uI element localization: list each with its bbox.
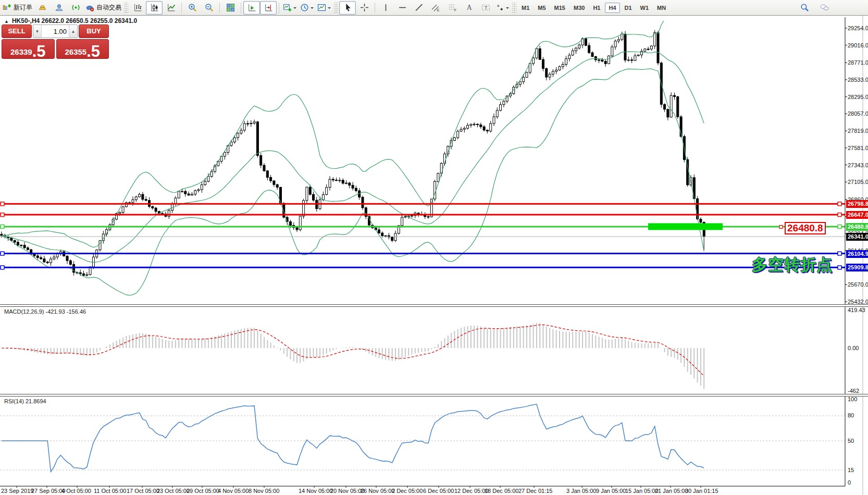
- chevron-down-icon[interactable]: [506, 7, 509, 10]
- time-axis-label: 6 Dec 05:00: [423, 488, 454, 494]
- periods-button[interactable]: [299, 1, 316, 15]
- time-axis-label: 23 Sep 2019: [1, 488, 33, 494]
- timeframe-h1-button[interactable]: H1: [589, 3, 604, 13]
- line-chart-button[interactable]: [163, 1, 179, 15]
- community-icon-button[interactable]: [51, 1, 67, 15]
- line-handle[interactable]: [838, 202, 841, 206]
- timeframe-m1-button[interactable]: M1: [518, 3, 533, 13]
- chevron-down-icon[interactable]: [311, 7, 314, 10]
- time-axis-label: 30 Jan 01:15: [685, 488, 718, 494]
- line-handle[interactable]: [838, 252, 841, 255]
- price-axis-label: 28533.0: [848, 76, 868, 83]
- crosshair-icon: [360, 3, 369, 12]
- chart-shift-button[interactable]: [260, 1, 277, 15]
- volume-input[interactable]: [42, 25, 69, 38]
- arrows-button[interactable]: [494, 1, 511, 15]
- rsi-scale-label: 0: [848, 479, 851, 486]
- horizontal-line-button[interactable]: [394, 1, 411, 15]
- candlestick-chart-button[interactable]: [146, 1, 163, 15]
- macd-histogram: [2, 323, 704, 389]
- timeframe-m5-button[interactable]: M5: [534, 3, 549, 13]
- cursor-button[interactable]: [339, 1, 356, 15]
- sell-price[interactable]: 26339.5: [2, 39, 55, 59]
- time-axis-label: 4 Oct 05:00: [61, 488, 91, 494]
- text-icon: A: [465, 3, 474, 12]
- pane-splitter[interactable]: [0, 304, 868, 307]
- new-order-icon: [3, 3, 11, 12]
- chevron-down-icon[interactable]: [328, 7, 331, 10]
- time-axis-label: 27 Dec 01:15: [518, 488, 552, 494]
- timeframe-m15-button[interactable]: M15: [551, 3, 569, 13]
- zoom-out-button[interactable]: [201, 1, 217, 15]
- line-handle[interactable]: [838, 225, 841, 228]
- chat-icon: [820, 3, 829, 12]
- new-chart-icon: [283, 3, 292, 12]
- vertical-line-button[interactable]: [377, 1, 394, 15]
- turning-point-annotation[interactable]: 多空转折点: [752, 254, 833, 276]
- tile-windows-button[interactable]: [222, 1, 239, 15]
- one-click-trading-panel: SELL ▼ ▲ BUY 26339.5 26355.5: [2, 24, 109, 59]
- timeframe-h4-button[interactable]: H4: [605, 3, 619, 13]
- candlestick-chart-icon: [150, 3, 159, 12]
- channel-button[interactable]: E: [427, 1, 444, 15]
- bar-chart-button[interactable]: [129, 1, 146, 15]
- text-label-button[interactable]: T: [477, 1, 494, 15]
- auto-scroll-button[interactable]: [243, 1, 260, 15]
- buy-price-main: 26355: [65, 48, 86, 56]
- annotation-handle[interactable]: [779, 225, 783, 228]
- time-axis-label: 27 Sep 05:00: [31, 488, 65, 494]
- pane-splitter[interactable]: [0, 394, 868, 397]
- crosshair-button[interactable]: [356, 1, 373, 15]
- toolbar-grip[interactable]: [124, 2, 128, 14]
- timeframe-mn-button[interactable]: MN: [653, 3, 669, 13]
- price-annotation-label[interactable]: 26480.8: [785, 222, 826, 234]
- one-click-collapse-icon[interactable]: ▲: [4, 19, 9, 24]
- trendline-button[interactable]: [411, 1, 427, 15]
- toolbar-grip[interactable]: [512, 2, 516, 14]
- autotrading-button[interactable]: 自动交易: [84, 1, 123, 15]
- templates-button[interactable]: [316, 1, 333, 15]
- toolbar-grip[interactable]: [334, 2, 338, 14]
- signals-icon-button[interactable]: [67, 1, 84, 15]
- line-handle[interactable]: [1, 252, 4, 255]
- rsi-line: [2, 404, 704, 472]
- highlighted-line-segment[interactable]: [648, 223, 723, 230]
- time-axis-label: 23 Oct 05:00: [157, 488, 190, 494]
- wallet-icon-button[interactable]: [34, 1, 51, 15]
- price-axis-label: 25670.0: [848, 281, 868, 288]
- fibonacci-icon: F: [448, 3, 457, 12]
- zoom-in-button[interactable]: [184, 1, 201, 15]
- line-handle[interactable]: [1, 225, 4, 228]
- vertical-line-icon: [381, 3, 390, 12]
- buy-button[interactable]: BUY: [79, 24, 109, 38]
- time-axis-label: 11 Oct 05:00: [94, 488, 126, 494]
- sell-button[interactable]: SELL: [2, 24, 32, 38]
- fibonacci-button[interactable]: F: [444, 1, 461, 15]
- new-order-button[interactable]: 新订单: [1, 1, 34, 15]
- line-handle[interactable]: [838, 213, 841, 217]
- volume-increase-button[interactable]: ▲: [69, 25, 77, 38]
- line-handle[interactable]: [1, 213, 4, 217]
- new-chart-button[interactable]: [281, 1, 299, 15]
- volume-decrease-button[interactable]: ▼: [33, 25, 42, 38]
- buy-price-fraction: .5: [86, 45, 100, 58]
- timeframe-w1-button[interactable]: W1: [637, 3, 653, 13]
- text-button[interactable]: A: [461, 1, 477, 15]
- chat-icon-button[interactable]: [816, 1, 833, 15]
- line-handle[interactable]: [838, 266, 841, 269]
- signals-icon: [71, 3, 80, 12]
- line-handle[interactable]: [1, 202, 4, 206]
- macd-scale-label: 419.43: [848, 306, 865, 314]
- search-icon-button[interactable]: [796, 1, 813, 15]
- chevron-down-icon[interactable]: [293, 7, 296, 10]
- price-line-tag: 26104.9: [846, 250, 868, 258]
- price-axis-label: 28057.0: [848, 110, 868, 117]
- line-handle[interactable]: [1, 266, 4, 269]
- buy-price[interactable]: 26355.5: [56, 39, 109, 59]
- timeframe-m30-button[interactable]: M30: [570, 3, 588, 13]
- price-axis-label: 27819.0: [848, 127, 868, 134]
- sell-price-fraction: .5: [32, 45, 46, 58]
- timeframe-d1-button[interactable]: D1: [621, 3, 636, 13]
- time-axis-label: 3 Jan 05:00: [566, 488, 597, 494]
- svg-text:E: E: [437, 8, 439, 12]
